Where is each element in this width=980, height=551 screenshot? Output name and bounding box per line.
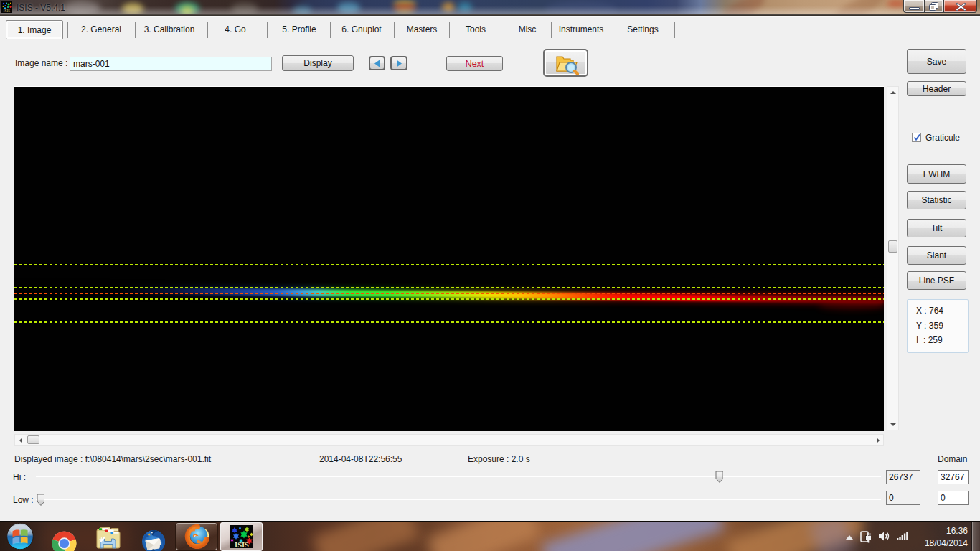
svg-text:ISIS: ISIS [4,9,11,13]
svg-text:ISIS: ISIS [235,541,249,548]
